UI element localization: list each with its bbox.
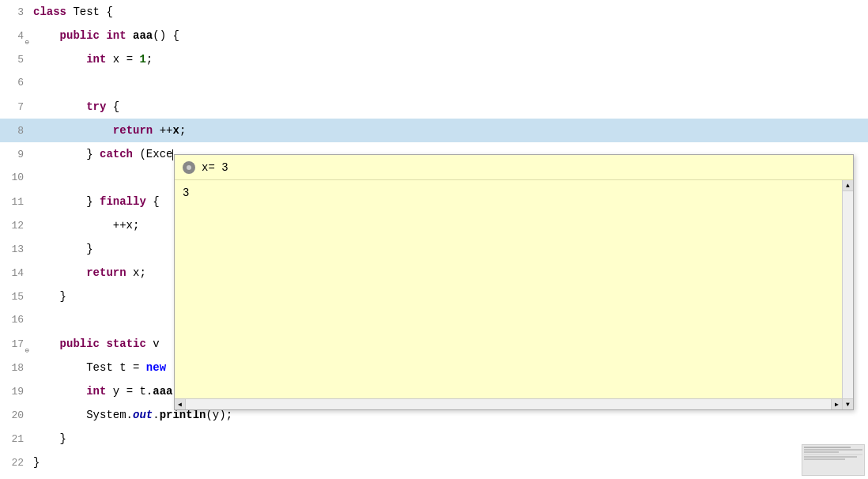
code-line-22: 22 }	[0, 451, 868, 474]
tooltip-scroll-down-button[interactable]: ▼	[843, 398, 854, 409]
code-line-8: 8 return ++x;	[0, 119, 868, 142]
tooltip-value-text: x= 3	[202, 161, 228, 174]
line-number-4: 4⊖	[0, 25, 30, 48]
tooltip-scrollbar-horizontal[interactable]: ◀ ▶	[175, 398, 842, 409]
line-number-13: 13	[0, 238, 30, 262]
code-line-5: 5 int x = 1;	[0, 47, 868, 71]
line-content-3: class Test {	[30, 0, 113, 24]
code-line-21: 21 }	[0, 427, 868, 451]
line-number-5: 5	[0, 48, 30, 72]
line-number-22: 22	[0, 451, 30, 475]
line-number-9: 9	[0, 143, 30, 167]
tooltip-body-value: 3	[183, 187, 189, 199]
line-content-12: ++x;	[30, 213, 139, 237]
line-number-8: 8	[0, 119, 30, 143]
line-number-11: 11	[0, 190, 30, 214]
line-number-21: 21	[0, 428, 30, 451]
line-number-20: 20	[0, 404, 30, 428]
line-number-6: 6	[0, 71, 30, 95]
line-content-7: try {	[30, 95, 119, 119]
line-number-17: 17⊖	[0, 333, 30, 356]
code-line-7: 7 try {	[0, 95, 868, 119]
tooltip-header: x= 3	[175, 155, 853, 180]
tooltip-body: 3 ▲ ▼ ◀ ▶	[175, 180, 853, 409]
line-content-14: return x;	[30, 261, 146, 285]
line-number-18: 18	[0, 356, 30, 380]
tooltip-scroll-left-button[interactable]: ◀	[175, 399, 186, 410]
line-content-4: public int aaa() {	[30, 24, 179, 47]
line-content-15: }	[30, 285, 66, 308]
code-area: 3 class Test { 4⊖ public int aaa() { 5 i…	[0, 0, 868, 474]
line-content-5: int x = 1;	[30, 47, 153, 71]
code-line-4: 4⊖ public int aaa() {	[0, 24, 868, 47]
line-content-11: } finally {	[30, 190, 160, 213]
tooltip-scrollbar-vertical[interactable]: ▲ ▼	[842, 180, 853, 409]
editor-container: 3 class Test { 4⊖ public int aaa() { 5 i…	[0, 0, 868, 479]
line-number-12: 12	[0, 214, 30, 238]
line-number-16: 16	[0, 308, 30, 332]
line-content-13: }	[30, 237, 93, 261]
tooltip-info-icon	[183, 161, 195, 174]
tooltip-popup: x= 3 3 ▲ ▼ ◀ ▶	[174, 154, 854, 410]
line-content-18: Test t = new	[30, 356, 172, 379]
line-number-10: 10	[0, 166, 30, 190]
line-content-9: } catch (Exce	[30, 142, 173, 166]
line-content-19: int y = t.aaa();	[30, 379, 193, 403]
line-content-17: public static v	[30, 332, 160, 356]
line-content-8: return ++x;	[30, 119, 186, 142]
tooltip-scroll-up-button[interactable]: ▲	[843, 180, 854, 191]
line-number-3: 3	[0, 1, 30, 25]
line-content-22: }	[30, 451, 40, 474]
line-number-19: 19	[0, 380, 30, 404]
minimap-thumbnail	[802, 444, 865, 476]
line-number-14: 14	[0, 262, 30, 285]
tooltip-body-content: 3	[175, 180, 853, 206]
line-number-7: 7	[0, 96, 30, 119]
tooltip-scroll-right-button[interactable]: ▶	[831, 399, 842, 410]
line-content-21: }	[30, 427, 66, 451]
line-number-15: 15	[0, 285, 30, 309]
code-line-6: 6	[0, 71, 868, 95]
code-line-3: 3 class Test {	[0, 0, 868, 24]
